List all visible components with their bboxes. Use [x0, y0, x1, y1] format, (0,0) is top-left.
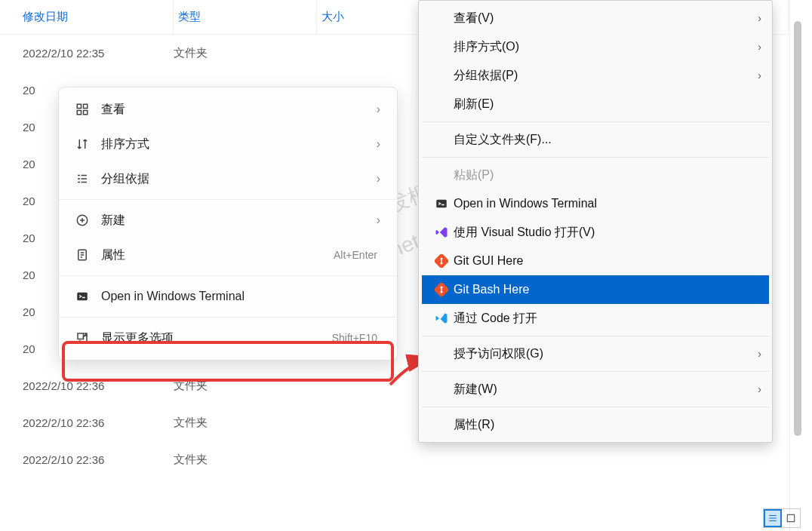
menu-separator	[59, 275, 397, 276]
menu-label: 属性(R)	[454, 417, 761, 433]
cell-type: 文件夹	[174, 379, 317, 393]
svg-rect-7	[78, 333, 84, 339]
chevron-right-icon: ›	[758, 41, 761, 53]
menu-item-group[interactable]: 分组依据(P) ›	[422, 61, 769, 90]
svg-rect-3	[84, 111, 88, 115]
menu-separator	[422, 157, 769, 158]
menu-label: 粘贴(P)	[454, 167, 761, 183]
menu-separator	[422, 371, 769, 372]
column-header-type[interactable]: 类型	[174, 0, 317, 34]
menu-label: 自定义文件夹(F)...	[454, 132, 761, 148]
menu-label: 分组依据	[101, 171, 377, 187]
chevron-right-icon: ›	[758, 12, 761, 24]
menu-item-customize-folder[interactable]: 自定义文件夹(F)...	[422, 125, 769, 154]
context-menu-full: 查看(V) › 排序方式(O) › 分组依据(P) › 刷新(E) 自定义文件夹…	[418, 0, 773, 443]
cell-type: 文件夹	[174, 46, 317, 60]
context-menu-brief: 查看 › 排序方式 › 分组依据 › 新建 › 属性 Alt+Enter Ope…	[58, 87, 398, 361]
menu-item-view[interactable]: 查看 ›	[59, 92, 397, 127]
menu-label: 使用 Visual Studio 打开(V)	[454, 225, 761, 241]
menu-label: Open in Windows Terminal	[454, 197, 761, 210]
svg-rect-2	[77, 111, 81, 115]
svg-point-14	[441, 291, 443, 293]
chevron-right-icon: ›	[377, 213, 380, 227]
menu-item-terminal[interactable]: Open in Windows Terminal	[422, 189, 769, 218]
menu-separator	[422, 336, 769, 336]
menu-item-open-code[interactable]: 通过 Code 打开	[422, 304, 769, 333]
menu-accelerator: Shift+F10	[332, 332, 377, 344]
menu-label: 分组依据(P)	[454, 68, 758, 84]
menu-label: Open in Windows Terminal	[101, 290, 380, 303]
table-row[interactable]: 2022/2/10 22:36文件夹	[0, 441, 789, 478]
menu-item-new[interactable]: 新建(W) ›	[422, 375, 769, 404]
svg-rect-8	[436, 200, 447, 208]
menu-item-paste: 粘贴(P)	[422, 161, 769, 189]
cell-date: 2022/2/10 22:36	[0, 416, 174, 429]
menu-item-git-bash[interactable]: Git Bash Here	[422, 275, 769, 304]
chevron-right-icon: ›	[377, 172, 380, 186]
menu-label: 排序方式(O)	[454, 39, 758, 55]
chevron-right-icon: ›	[377, 137, 380, 151]
cell-type: 文件夹	[174, 416, 317, 430]
cell-date: 2022/2/10 22:36	[0, 379, 174, 392]
plus-circle-icon	[75, 213, 101, 227]
menu-item-properties[interactable]: 属性(R)	[422, 410, 769, 439]
svg-rect-1	[84, 104, 88, 108]
menu-item-new[interactable]: 新建 ›	[59, 203, 397, 238]
view-mode-toggles	[763, 508, 801, 528]
menu-item-group[interactable]: 分组依据 ›	[59, 161, 397, 196]
chevron-right-icon: ›	[377, 103, 380, 116]
chevron-right-icon: ›	[758, 383, 761, 395]
svg-rect-0	[77, 104, 81, 108]
menu-item-sort[interactable]: 排序方式 ›	[59, 127, 397, 161]
menu-item-properties[interactable]: 属性 Alt+Enter	[59, 238, 397, 272]
visual-studio-icon	[429, 226, 454, 239]
chevron-right-icon: ›	[758, 69, 761, 81]
menu-label: 刷新(E)	[454, 97, 761, 112]
menu-label: 排序方式	[101, 137, 377, 152]
git-icon	[429, 254, 454, 268]
git-icon	[429, 283, 454, 296]
expand-icon	[75, 331, 101, 345]
menu-separator	[422, 407, 769, 407]
menu-item-git-gui[interactable]: Git GUI Here	[422, 247, 769, 275]
menu-separator	[422, 121, 769, 122]
menu-label: 新建(W)	[454, 382, 758, 397]
grid-icon	[75, 103, 101, 116]
menu-label: 通过 Code 打开	[454, 311, 761, 327]
scrollbar-track	[789, 0, 812, 531]
menu-label: Git GUI Here	[454, 254, 761, 268]
menu-separator	[59, 317, 397, 318]
terminal-icon	[75, 290, 101, 303]
menu-label: Git Bash Here	[454, 283, 761, 296]
menu-label: 查看	[101, 102, 377, 118]
menu-label: 显示更多选项	[101, 330, 332, 346]
svg-point-11	[441, 262, 443, 265]
column-header-date[interactable]: 修改日期	[0, 0, 174, 34]
menu-label: 授予访问权限(G)	[454, 346, 758, 362]
menu-separator	[59, 199, 397, 200]
scrollbar-thumb[interactable]	[794, 21, 801, 436]
svg-rect-6	[77, 293, 88, 301]
menu-label: 查看(V)	[454, 11, 758, 26]
menu-item-visual-studio[interactable]: 使用 Visual Studio 打开(V)	[422, 218, 769, 247]
svg-point-13	[441, 287, 443, 289]
cell-date: 2022/2/10 22:36	[0, 453, 174, 466]
menu-item-grant-access[interactable]: 授予访问权限(G) ›	[422, 339, 769, 368]
menu-item-refresh[interactable]: 刷新(E)	[422, 90, 769, 118]
properties-icon	[75, 248, 101, 262]
menu-accelerator: Alt+Enter	[334, 249, 377, 261]
sort-icon	[75, 137, 101, 151]
details-view-button[interactable]	[764, 509, 782, 527]
svg-point-10	[441, 258, 443, 260]
chevron-right-icon: ›	[758, 348, 761, 360]
cell-type: 文件夹	[174, 453, 317, 467]
menu-label: 属性	[101, 247, 334, 263]
menu-item-view[interactable]: 查看(V) ›	[422, 4, 769, 32]
menu-item-sort[interactable]: 排序方式(O) ›	[422, 32, 769, 61]
terminal-icon	[429, 197, 454, 210]
menu-item-more-options[interactable]: 显示更多选项 Shift+F10	[59, 321, 397, 355]
icons-view-button[interactable]	[782, 509, 800, 527]
menu-label: 新建	[101, 213, 377, 229]
svg-rect-15	[787, 514, 794, 521]
menu-item-terminal[interactable]: Open in Windows Terminal	[59, 279, 397, 314]
